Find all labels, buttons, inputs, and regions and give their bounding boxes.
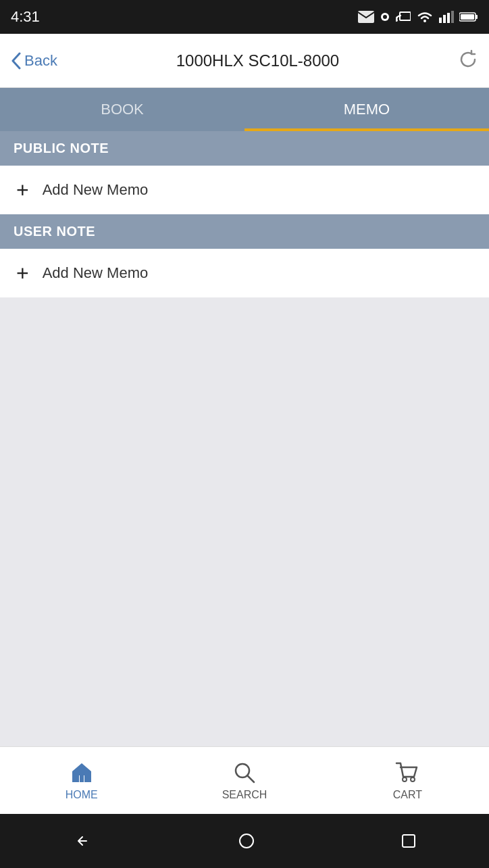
android-home-icon bbox=[238, 833, 255, 849]
public-note-section: PUBLIC NOTE + Add New Memo bbox=[0, 131, 489, 214]
nav-search-label: SEARCH bbox=[222, 789, 267, 801]
svg-rect-6 bbox=[443, 15, 446, 23]
nav-home[interactable]: HOME bbox=[0, 747, 163, 814]
back-button[interactable]: Back bbox=[11, 52, 57, 70]
back-label: Back bbox=[24, 52, 57, 70]
plus-icon-user: + bbox=[16, 262, 29, 284]
gmail-icon bbox=[358, 11, 374, 23]
cart-icon bbox=[395, 761, 419, 785]
nav-cart-label: CART bbox=[393, 789, 422, 801]
svg-point-3 bbox=[396, 19, 398, 22]
signal-icon bbox=[439, 11, 454, 23]
notification-icon bbox=[380, 11, 390, 22]
svg-rect-7 bbox=[447, 13, 450, 23]
svg-rect-11 bbox=[461, 14, 474, 20]
svg-line-14 bbox=[247, 775, 254, 782]
empty-area bbox=[0, 297, 489, 746]
refresh-button[interactable] bbox=[458, 49, 478, 72]
status-bar: 4:31 bbox=[0, 0, 489, 34]
tab-book[interactable]: BOOK bbox=[0, 88, 244, 131]
content-area: PUBLIC NOTE + Add New Memo USER NOTE + A… bbox=[0, 131, 489, 746]
user-note-section: USER NOTE + Add New Memo bbox=[0, 214, 489, 297]
svg-rect-4 bbox=[400, 12, 411, 20]
nav-cart[interactable]: CART bbox=[326, 747, 489, 814]
plus-icon: + bbox=[16, 179, 29, 201]
android-back-button[interactable] bbox=[73, 831, 92, 850]
wifi-icon bbox=[416, 10, 434, 24]
add-user-memo-button[interactable]: + Add New Memo bbox=[0, 249, 489, 297]
svg-rect-18 bbox=[403, 835, 415, 847]
public-note-header: PUBLIC NOTE bbox=[0, 131, 489, 166]
status-time: 4:31 bbox=[11, 8, 40, 26]
svg-rect-8 bbox=[451, 11, 454, 23]
android-nav-bar bbox=[0, 814, 489, 868]
svg-rect-10 bbox=[475, 15, 478, 19]
add-user-memo-label: Add New Memo bbox=[43, 264, 149, 282]
tabs-bar: BOOK MEMO bbox=[0, 88, 489, 131]
android-home-button[interactable] bbox=[238, 833, 255, 849]
user-note-content: + Add New Memo bbox=[0, 249, 489, 297]
add-public-memo-label: Add New Memo bbox=[43, 181, 149, 199]
back-chevron-icon bbox=[11, 52, 22, 70]
android-back-icon bbox=[73, 831, 92, 850]
status-icons bbox=[358, 10, 478, 24]
svg-point-2 bbox=[383, 15, 387, 19]
nav-search[interactable]: SEARCH bbox=[163, 747, 326, 814]
user-note-header: USER NOTE bbox=[0, 214, 489, 249]
svg-point-16 bbox=[411, 777, 415, 781]
refresh-icon bbox=[458, 49, 478, 70]
android-recents-button[interactable] bbox=[401, 834, 416, 848]
home-icon bbox=[70, 761, 94, 785]
battery-icon bbox=[459, 11, 478, 22]
svg-rect-12 bbox=[80, 775, 84, 782]
add-public-memo-button[interactable]: + Add New Memo bbox=[0, 166, 489, 214]
nav-home-label: HOME bbox=[66, 789, 98, 801]
search-icon bbox=[232, 761, 257, 785]
tab-memo[interactable]: MEMO bbox=[244, 88, 489, 131]
public-note-content: + Add New Memo bbox=[0, 166, 489, 214]
svg-point-15 bbox=[403, 777, 407, 781]
android-recents-icon bbox=[401, 834, 416, 848]
header: Back 1000HLX SC10L-8000 bbox=[0, 34, 489, 88]
svg-point-17 bbox=[240, 834, 253, 848]
svg-rect-5 bbox=[439, 18, 442, 23]
cast-icon bbox=[396, 11, 411, 23]
bottom-nav: HOME SEARCH CART bbox=[0, 746, 489, 814]
page-title: 1000HLX SC10L-8000 bbox=[176, 51, 340, 70]
